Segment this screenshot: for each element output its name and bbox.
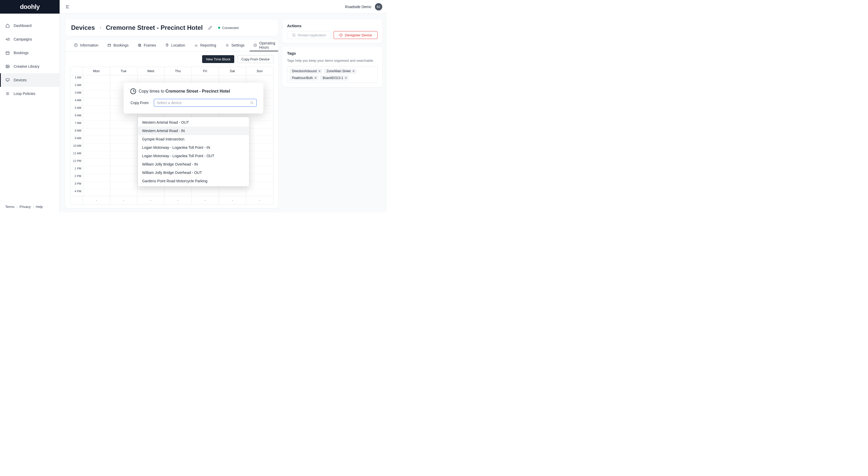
calendar-cell[interactable] bbox=[192, 75, 219, 83]
calendar-cell[interactable] bbox=[83, 113, 110, 121]
calendar-cell[interactable] bbox=[83, 181, 110, 189]
dropdown-option[interactable]: Gympie Road Intersection bbox=[138, 135, 249, 143]
dropdown-option[interactable]: Logan Motorway - Loganlea Toll Point - O… bbox=[138, 152, 249, 160]
calendar-time-label: 3 AM bbox=[70, 90, 83, 98]
calendar-cell[interactable] bbox=[110, 181, 137, 189]
calendar-cell[interactable] bbox=[110, 144, 137, 151]
calendar-cell[interactable] bbox=[83, 144, 110, 151]
calendar-cell[interactable] bbox=[246, 144, 273, 151]
calendar-cell[interactable] bbox=[83, 90, 110, 98]
tag-remove-icon[interactable]: ✕ bbox=[318, 69, 321, 73]
search-icon bbox=[250, 101, 254, 105]
svg-point-27 bbox=[251, 101, 253, 103]
brand-logo: doohly bbox=[20, 3, 40, 10]
calendar-cell[interactable] bbox=[110, 174, 137, 181]
calendar-cell[interactable] bbox=[110, 189, 137, 196]
dropdown-option[interactable]: Gardens Point Road Motorcycle Parking bbox=[138, 177, 249, 185]
tab-bookings[interactable]: Bookings bbox=[103, 40, 132, 51]
calendar-cell[interactable] bbox=[246, 113, 273, 121]
edit-icon[interactable] bbox=[208, 26, 212, 30]
calendar-cell[interactable] bbox=[246, 75, 273, 83]
breadcrumb-root[interactable]: Devices bbox=[71, 24, 95, 31]
calendar-cell[interactable] bbox=[83, 166, 110, 174]
tab-information[interactable]: Information bbox=[70, 40, 102, 51]
calendar-cell[interactable] bbox=[110, 151, 137, 159]
calendar-cell[interactable] bbox=[246, 181, 273, 189]
tag-remove-icon[interactable]: ✕ bbox=[345, 76, 347, 80]
calendar-cell[interactable] bbox=[83, 106, 110, 113]
calendar-cell[interactable] bbox=[246, 159, 273, 166]
tag: Zone/Main Street✕ bbox=[324, 68, 356, 74]
calendar-cell[interactable] bbox=[110, 136, 137, 144]
calendar-cell[interactable] bbox=[110, 121, 137, 128]
dropdown-option[interactable]: William Jolly Bridge Overhead - OUT bbox=[138, 169, 249, 177]
calendar-cell[interactable] bbox=[246, 174, 273, 181]
tab-operating-hours[interactable]: Operating Hours bbox=[250, 40, 278, 51]
calendar-cell[interactable] bbox=[83, 83, 110, 90]
dropdown-option[interactable]: William Jolly Bridge Overhead - IN bbox=[138, 160, 249, 169]
calendar-cell[interactable] bbox=[165, 189, 192, 196]
tag-remove-icon[interactable]: ✕ bbox=[352, 69, 355, 73]
footer-privacy[interactable]: Privacy bbox=[20, 205, 31, 209]
calendar-cell[interactable] bbox=[246, 128, 273, 136]
calendar-cell[interactable] bbox=[219, 189, 246, 196]
clock-icon bbox=[130, 88, 136, 94]
dropdown-option[interactable]: Western Arterial Road - OUT bbox=[138, 118, 249, 126]
calendar-cell[interactable] bbox=[83, 98, 110, 106]
calendar-time-col: 1 AM2 AM3 AM4 AM5 AM6 AM7 AM8 AM9 AM10 A… bbox=[70, 75, 83, 196]
calendar-cell[interactable] bbox=[137, 75, 164, 83]
calendar-cell[interactable] bbox=[83, 189, 110, 196]
footer-terms[interactable]: Terms bbox=[5, 205, 14, 209]
sidebar-item-bookings[interactable]: Bookings bbox=[0, 46, 59, 60]
calendar-cell[interactable] bbox=[83, 159, 110, 166]
tags-input[interactable]: Direction/Inbound✕Zone/Main Street✕Peakh… bbox=[287, 66, 377, 83]
device-select-dropdown[interactable]: Western Arterial Road - OUTWestern Arter… bbox=[138, 117, 249, 186]
calendar-cell[interactable] bbox=[246, 166, 273, 174]
sidebar-item-campaigns[interactable]: Campaigns bbox=[0, 32, 59, 46]
tab-settings[interactable]: Settings bbox=[221, 40, 248, 51]
device-select[interactable]: Select a device bbox=[154, 99, 257, 107]
copy-from-device-button[interactable]: Copy From Device bbox=[238, 55, 274, 63]
calendar-cell[interactable] bbox=[165, 75, 192, 83]
avatar[interactable]: BZ bbox=[375, 3, 382, 10]
calendar-cell[interactable] bbox=[83, 75, 110, 83]
calendar-cell[interactable] bbox=[110, 159, 137, 166]
tab-location[interactable]: Location bbox=[161, 40, 189, 51]
tab-frames[interactable]: Frames bbox=[134, 40, 160, 51]
sidebar-item-loop-policies[interactable]: Loop Policies bbox=[0, 87, 59, 100]
sidebar-item-dashboard[interactable]: Dashboard bbox=[0, 19, 59, 32]
dropdown-option[interactable]: Western Arterial Road - IN bbox=[138, 126, 249, 135]
calendar-cell[interactable] bbox=[83, 121, 110, 128]
calendar-cell[interactable] bbox=[83, 128, 110, 136]
sidebar-item-creative-library[interactable]: Creative Library bbox=[0, 60, 59, 73]
modal-title-prefix: Copy times to bbox=[139, 89, 165, 93]
calendar-cell[interactable] bbox=[219, 75, 246, 83]
sidebar-toggle-icon[interactable] bbox=[64, 4, 70, 10]
sidebar-item-devices[interactable]: Devices bbox=[0, 73, 59, 87]
calendar-cell[interactable] bbox=[137, 189, 164, 196]
calendar-cell[interactable] bbox=[192, 189, 219, 196]
deregister-device-button[interactable]: Deregister Device bbox=[334, 31, 377, 39]
footer-help[interactable]: Help bbox=[36, 205, 43, 209]
calendar-cell[interactable] bbox=[110, 166, 137, 174]
calendar-cell[interactable] bbox=[246, 151, 273, 159]
dropdown-option[interactable]: Logan Motorway - Loganlea Toll Point - I… bbox=[138, 143, 249, 152]
calendar-cell[interactable] bbox=[246, 189, 273, 196]
calendar-day-col[interactable] bbox=[83, 75, 110, 196]
calendar-cell[interactable] bbox=[110, 128, 137, 136]
calendar-time-label: 10 AM bbox=[70, 144, 83, 151]
org-name[interactable]: Roadside Demo bbox=[345, 5, 371, 9]
new-time-block-button[interactable]: New Time Block bbox=[202, 55, 234, 63]
calendar-cell[interactable] bbox=[246, 121, 273, 128]
tag-remove-icon[interactable]: ✕ bbox=[314, 76, 317, 80]
calendar-cell[interactable] bbox=[83, 174, 110, 181]
calendar-cell[interactable] bbox=[83, 151, 110, 159]
gear-icon bbox=[225, 43, 229, 47]
svg-point-19 bbox=[167, 44, 167, 45]
tab-reporting[interactable]: Reporting bbox=[190, 40, 220, 51]
calendar-header-day: Wed bbox=[137, 67, 164, 75]
calendar-cell[interactable] bbox=[110, 75, 137, 83]
calendar-cell[interactable] bbox=[83, 136, 110, 144]
calendar-cell[interactable] bbox=[110, 113, 137, 121]
calendar-cell[interactable] bbox=[246, 136, 273, 144]
